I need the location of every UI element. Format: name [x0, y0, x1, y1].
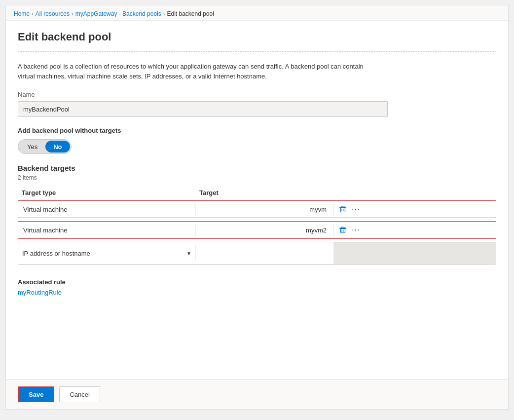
svg-rect-1 [341, 208, 345, 212]
table-header: Target type Target [18, 187, 496, 198]
row2-delete-icon[interactable] [339, 226, 347, 234]
table-row: Virtual machine myvm ··· [18, 200, 496, 218]
main-content: Edit backend pool A backend pool is a co… [6, 21, 508, 379]
breadcrumb-gateway[interactable]: myAppGateway - Backend pools [75, 10, 161, 17]
breadcrumb: Home › All resources › myAppGateway - Ba… [6, 5, 508, 21]
new-row-type-cell: IP address or hostname ▼ [18, 245, 196, 261]
col-target-type: Target type [22, 189, 199, 196]
row2-more-icon[interactable]: ··· [352, 226, 360, 234]
dropdown-text: IP address or hostname [22, 250, 184, 257]
toggle-container: Yes No [18, 139, 496, 154]
page-title: Edit backend pool [18, 31, 496, 43]
backend-targets-title: Backend targets [18, 164, 496, 172]
items-count: 2 items [18, 174, 496, 181]
toggle-yes[interactable]: Yes [19, 141, 45, 153]
col-actions [337, 189, 492, 196]
name-input[interactable] [18, 101, 388, 117]
toggle-no[interactable]: No [45, 141, 70, 153]
row1-target: myvm [196, 203, 334, 216]
type-dropdown-wrapper[interactable]: IP address or hostname ▼ [18, 245, 195, 261]
hostname-input[interactable] [201, 245, 329, 261]
footer: Save Cancel [6, 379, 508, 409]
svg-rect-5 [341, 229, 345, 233]
breadcrumb-sep-1: › [32, 11, 34, 17]
row2-actions: ··· [334, 226, 496, 234]
row2-target: myvm2 [196, 224, 334, 237]
breadcrumb-sep-3: › [163, 11, 165, 17]
row2-type: Virtual machine [18, 224, 196, 237]
toggle-switch[interactable]: Yes No [18, 139, 72, 154]
new-row-target-cell [196, 242, 334, 264]
row1-type: Virtual machine [18, 203, 196, 216]
table-row: Virtual machine myvm2 ··· [18, 221, 496, 239]
breadcrumb-current: Edit backend pool [167, 10, 214, 17]
row1-actions: ··· [334, 205, 496, 214]
breadcrumb-all-resources[interactable]: All resources [36, 10, 70, 17]
name-label: Name [18, 91, 496, 98]
toggle-label: Add backend pool without targets [18, 127, 496, 134]
section-divider [18, 51, 496, 52]
new-row-add-cell [334, 242, 496, 264]
associated-rule-title: Associated rule [18, 278, 496, 286]
description-text: A backend pool is a collection of resour… [18, 62, 373, 81]
associated-rule-section: Associated rule myRoutingRule [18, 278, 496, 296]
breadcrumb-sep-2: › [72, 11, 73, 17]
save-button[interactable]: Save [18, 386, 54, 402]
row1-more-icon[interactable]: ··· [352, 205, 360, 214]
chevron-down-icon: ▼ [186, 251, 191, 256]
col-target: Target [199, 189, 337, 196]
cancel-button[interactable]: Cancel [59, 386, 100, 402]
routing-rule-link[interactable]: myRoutingRule [18, 289, 62, 296]
new-row: IP address or hostname ▼ [18, 242, 496, 265]
page-wrapper: Home › All resources › myAppGateway - Ba… [5, 5, 509, 410]
row1-delete-icon[interactable] [339, 205, 347, 213]
breadcrumb-home[interactable]: Home [14, 10, 30, 17]
